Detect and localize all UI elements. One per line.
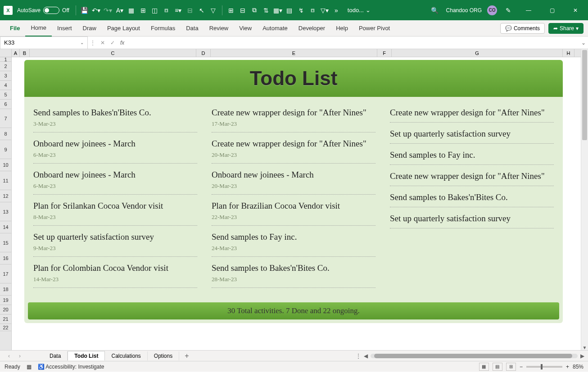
tab-draw[interactable]: Draw	[77, 20, 102, 36]
more-icon[interactable]: »	[332, 6, 341, 15]
vertical-scrollbar[interactable]: ▲ ▼	[581, 49, 588, 350]
zoom-out-button[interactable]: −	[520, 364, 523, 370]
col-header[interactable]: D	[196, 49, 211, 57]
tab-review[interactable]: Review	[204, 20, 234, 36]
tab-insert[interactable]: Insert	[52, 20, 77, 36]
row-header[interactable]: 8	[0, 128, 11, 140]
share-button[interactable]: ➦ Share ▾	[548, 23, 583, 34]
screenshot-icon[interactable]: ⧉	[250, 6, 259, 15]
normal-view-button[interactable]: ▦	[479, 363, 489, 371]
excel-app-icon[interactable]: X	[4, 6, 13, 15]
tab-file[interactable]: File	[5, 20, 25, 36]
zoom-slider[interactable]	[526, 366, 562, 368]
expand-formula-icon[interactable]: ⌄	[579, 40, 588, 46]
row-header[interactable]: 18	[0, 283, 11, 296]
formula-input[interactable]	[127, 36, 579, 49]
row-header[interactable]: 1	[0, 57, 11, 62]
sheet-tab-todo-list[interactable]: Todo List	[68, 351, 105, 360]
pivot-icon[interactable]: ▦▾	[273, 6, 282, 15]
row-header[interactable]: 17	[0, 265, 11, 283]
shape-icon[interactable]: ◫	[150, 6, 159, 15]
scrollbar-thumb[interactable]	[374, 354, 572, 358]
undo-icon[interactable]: ↶▾	[92, 6, 101, 15]
row-header[interactable]: 10	[0, 159, 11, 171]
row-header[interactable]: 22	[0, 324, 11, 331]
sheet-tab-options[interactable]: Options	[148, 351, 179, 360]
search-icon[interactable]: 🔍	[430, 6, 439, 15]
pen-icon[interactable]: ✎	[504, 6, 513, 15]
strike-icon[interactable]: ⊟	[238, 6, 247, 15]
row-header[interactable]: 7	[0, 109, 11, 128]
tab-help[interactable]: Help	[330, 20, 353, 36]
tab-formulas[interactable]: Formulas	[145, 20, 181, 36]
tab-menu-icon[interactable]: ⋮	[356, 353, 361, 359]
tab-page-layout[interactable]: Page Layout	[102, 20, 145, 36]
tab-power-pivot[interactable]: Power Pivot	[353, 20, 395, 36]
row-header[interactable]: 12	[0, 190, 11, 202]
redo-icon[interactable]: ↷▾	[104, 6, 113, 15]
row-header[interactable]: 3	[0, 71, 11, 81]
sheet-tab-calculations[interactable]: Calculations	[105, 351, 147, 360]
sheet-cells[interactable]: Todo List Send samples to Bakes'n'Bites …	[12, 57, 581, 350]
col-header[interactable]: C	[30, 49, 196, 57]
filter-icon[interactable]: ▽	[209, 6, 218, 15]
fx-icon[interactable]: fx	[120, 40, 124, 46]
col-header[interactable]: B	[20, 49, 30, 57]
cursor-icon[interactable]: ↖	[197, 6, 206, 15]
minimize-button[interactable]: ―	[520, 4, 538, 17]
maximize-button[interactable]: ▢	[543, 4, 561, 17]
font-icon[interactable]: A▾	[115, 6, 124, 15]
page-layout-view-button[interactable]: ▤	[493, 363, 502, 371]
scroll-down-icon[interactable]: ▼	[581, 345, 588, 350]
scrollbar-thumb[interactable]	[582, 50, 587, 140]
row-header[interactable]: 19	[0, 296, 11, 305]
sheet-nav-prev[interactable]: ‹	[4, 353, 14, 359]
comments-button[interactable]: 💬 Comments	[500, 23, 545, 34]
tab-data[interactable]: Data	[181, 20, 204, 36]
scroll-left-icon[interactable]: ◀	[364, 353, 368, 359]
close-button[interactable]: ✕	[566, 4, 584, 17]
add-sheet-button[interactable]: +	[179, 352, 194, 360]
sheet-tab-data[interactable]: Data	[43, 351, 68, 360]
accept-formula-icon[interactable]: ✓	[108, 40, 118, 46]
row-header[interactable]: 13	[0, 202, 11, 221]
macro-icon[interactable]: ▦	[27, 364, 32, 370]
accessibility-status[interactable]: ♿ Accessibility: Investigate	[38, 364, 104, 370]
tab-automate[interactable]: Automate	[257, 20, 293, 36]
save-icon[interactable]: 💾	[80, 6, 89, 15]
autosave-toggle[interactable]	[43, 7, 59, 14]
row-header[interactable]: 16	[0, 252, 11, 265]
scroll-right-icon[interactable]: ▶	[580, 353, 584, 359]
camera-icon[interactable]: ⧈	[308, 6, 317, 15]
filename-dropdown[interactable]: todo... ⌄	[348, 7, 371, 14]
row-header[interactable]: 20	[0, 305, 11, 315]
page-break-view-button[interactable]: ⊞	[506, 363, 516, 371]
col-header[interactable]: F	[377, 49, 392, 57]
user-avatar[interactable]: CO	[487, 5, 497, 15]
textbox-icon[interactable]: ⧈	[162, 6, 171, 15]
row-header[interactable]: 9	[0, 140, 11, 159]
funnel-icon[interactable]: ▽▾	[320, 6, 329, 15]
fill-color-icon[interactable]: ▦	[127, 6, 136, 15]
tab-view[interactable]: View	[234, 20, 257, 36]
chart-icon[interactable]: ▤	[285, 6, 294, 15]
link-icon[interactable]: ↯	[297, 6, 306, 15]
col-header[interactable]: H	[563, 49, 574, 57]
grid-icon[interactable]: ⊞	[226, 6, 235, 15]
align-icon[interactable]: ≡▾	[174, 6, 183, 15]
row-header[interactable]: 21	[0, 315, 11, 324]
name-box[interactable]: K33 ⌄	[0, 36, 88, 49]
row-header[interactable]: 4	[0, 81, 11, 90]
cancel-formula-icon[interactable]: ✕	[98, 40, 108, 46]
tab-home[interactable]: Home	[25, 20, 52, 36]
tab-developer[interactable]: Developer	[293, 20, 330, 36]
horizontal-scrollbar[interactable]	[371, 354, 578, 358]
sheet-nav-next[interactable]: ›	[14, 353, 25, 359]
zoom-level[interactable]: 85%	[573, 364, 583, 370]
col-header[interactable]: A	[12, 49, 20, 57]
row-header[interactable]: 2	[0, 62, 11, 71]
borders-icon[interactable]: ⊞	[139, 6, 148, 15]
row-header[interactable]: 15	[0, 233, 11, 252]
zoom-in-button[interactable]: +	[566, 364, 569, 370]
row-header[interactable]: 5	[0, 90, 11, 100]
